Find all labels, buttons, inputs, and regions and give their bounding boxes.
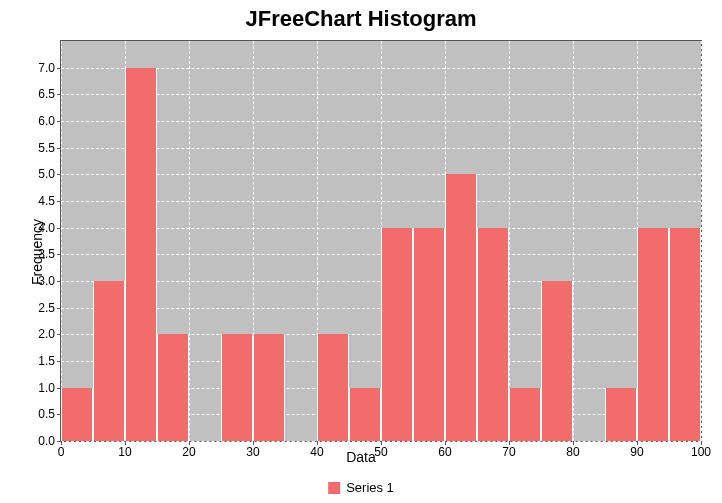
- y-tick-label: 0.5: [38, 407, 61, 421]
- x-tick-label: 90: [630, 441, 643, 459]
- grid-line: [61, 41, 62, 441]
- histogram-bar: [637, 228, 669, 441]
- histogram-bar: [93, 281, 125, 441]
- y-tick-label: 2.0: [38, 327, 61, 341]
- y-tick-label: 4.0: [38, 221, 61, 235]
- y-tick-label: 7.0: [38, 61, 61, 75]
- x-tick-label: 50: [374, 441, 387, 459]
- y-tick-label: 3.5: [38, 247, 61, 261]
- x-tick-label: 60: [438, 441, 451, 459]
- y-tick-label: 1.5: [38, 354, 61, 368]
- histogram-bar: [221, 334, 253, 441]
- y-tick-label: 1.0: [38, 381, 61, 395]
- histogram-bar: [317, 334, 349, 441]
- x-tick-label: 100: [691, 441, 711, 459]
- y-tick-label: 6.5: [38, 87, 61, 101]
- grid-line: [509, 41, 510, 441]
- y-tick-label: 3.0: [38, 274, 61, 288]
- histogram-bar: [445, 174, 477, 441]
- legend: Series 1: [328, 480, 394, 495]
- chart-title: JFreeChart Histogram: [0, 0, 722, 32]
- y-tick-label: 5.5: [38, 141, 61, 155]
- histogram-bar: [413, 228, 445, 441]
- histogram-bar: [669, 228, 701, 441]
- grid-line: [573, 41, 574, 441]
- plot-area: 0.00.51.01.52.02.53.03.54.04.55.05.56.06…: [60, 40, 702, 442]
- x-axis-label: Data: [346, 449, 376, 465]
- histogram-bar: [381, 228, 413, 441]
- y-tick-label: 6.0: [38, 114, 61, 128]
- x-tick-label: 40: [310, 441, 323, 459]
- histogram-bar: [541, 281, 573, 441]
- x-tick-label: 30: [246, 441, 259, 459]
- grid-line: [189, 41, 190, 441]
- x-tick-label: 70: [502, 441, 515, 459]
- y-tick-label: 5.0: [38, 167, 61, 181]
- histogram-bar: [157, 334, 189, 441]
- histogram-chart: JFreeChart Histogram Frequency 0.00.51.0…: [0, 0, 722, 503]
- legend-series-label: Series 1: [346, 480, 394, 495]
- grid-line: [701, 41, 702, 441]
- x-tick-label: 20: [182, 441, 195, 459]
- legend-swatch-icon: [328, 482, 340, 494]
- histogram-bar: [509, 388, 541, 441]
- x-tick-label: 10: [118, 441, 131, 459]
- histogram-bar: [61, 388, 93, 441]
- y-tick-label: 2.5: [38, 301, 61, 315]
- histogram-bar: [253, 334, 285, 441]
- histogram-bar: [349, 388, 381, 441]
- histogram-bar: [477, 228, 509, 441]
- y-tick-label: 4.5: [38, 194, 61, 208]
- x-tick-label: 80: [566, 441, 579, 459]
- histogram-bar: [125, 68, 157, 441]
- histogram-bar: [605, 388, 637, 441]
- x-tick-label: 0: [58, 441, 65, 459]
